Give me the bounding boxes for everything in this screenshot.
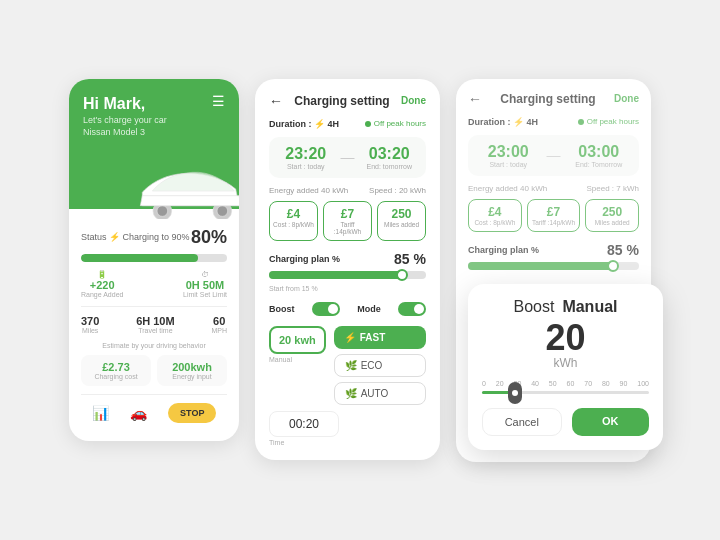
- mode-options: 20 kwh Manual ⚡ FAST 🌿 ECO 🌿 AUTO: [269, 326, 426, 446]
- ok-button[interactable]: OK: [572, 408, 650, 436]
- value-boxes: £4 Cost : 8p/kWh £7 Tariff :14p/kWh 250 …: [269, 201, 426, 241]
- right-end-lbl: End: Tomorrow: [567, 161, 632, 168]
- stop-button[interactable]: STOP: [168, 403, 216, 423]
- plan-slider[interactable]: [269, 271, 426, 279]
- modal-kwh-value: 20: [482, 320, 649, 356]
- back-arrow-icon[interactable]: ←: [269, 93, 283, 109]
- start-time-lbl: Start : today: [277, 163, 335, 170]
- range-lbl: Range Added: [81, 291, 123, 298]
- modal-kwh-unit: kWh: [482, 356, 649, 370]
- eco-mode-button[interactable]: 🌿 ECO: [334, 354, 426, 377]
- speed-val: 60: [211, 315, 227, 327]
- right-end-block: 03:00 End: Tomorrow: [567, 143, 632, 168]
- plan-slider-fill: [269, 271, 402, 279]
- mode-label: Mode: [357, 304, 381, 314]
- right-tariff-box: £7 Tariff :14p/kWh: [527, 199, 581, 232]
- energy-input-val: 200kwh: [163, 361, 221, 373]
- charge-cost-lbl: Charging cost: [87, 373, 145, 380]
- energy-input-lbl: Energy input: [163, 373, 221, 380]
- right-start-lbl: Start : today: [476, 161, 541, 168]
- off-peak-dot: [365, 121, 371, 127]
- boost-modal: Boost Manual 20 kWh 0 20 30 40 50 60 70 …: [468, 284, 663, 450]
- right-cost-lbl: Cost : 8p/kWh: [472, 219, 518, 226]
- modal-manual-label: Manual: [562, 298, 617, 316]
- range-labels: 0 20 30 40 50 60 70 80 90 100: [482, 380, 649, 387]
- speed-metric: 60 MPH: [211, 315, 227, 334]
- plan-row: Charging plan % 85 %: [269, 251, 426, 267]
- cancel-button[interactable]: Cancel: [482, 408, 562, 436]
- start-from-text: Start from 15 %: [269, 285, 426, 292]
- travel-lbl: Travel time: [136, 327, 175, 334]
- subtext: Let's charge your car: [83, 115, 225, 125]
- right-plan-lbl: Charging plan %: [468, 245, 539, 255]
- tariff-box: £7 Tariff :14p/kWh: [323, 201, 372, 241]
- right-energy-row: Energy added 40 kWh Speed : 7 kWh: [468, 184, 639, 193]
- range-thumb[interactable]: [508, 382, 522, 404]
- bottom-nav: 📊 🚗 STOP: [81, 394, 227, 431]
- right-plan-row: Charging plan % 85 %: [468, 242, 639, 258]
- slider-thumb[interactable]: [396, 269, 408, 281]
- car-nav-icon[interactable]: 🚗: [130, 405, 147, 421]
- modal-buttons: Cancel OK: [482, 408, 649, 436]
- off-peak-indicator: Off peak hours: [365, 119, 426, 128]
- right-cost-box: £4 Cost : 8p/kWh: [468, 199, 522, 232]
- mode-toggle-circle: [414, 304, 424, 314]
- progress-fill: [81, 254, 198, 262]
- car-image: [129, 159, 239, 219]
- end-time-block: 03:20 End: tomorrow: [361, 145, 419, 170]
- plan-pct: 85 %: [394, 251, 426, 267]
- right-cost-val: £4: [472, 205, 518, 219]
- model-text: Nissan Model 3: [83, 127, 225, 137]
- time-input[interactable]: 00:20: [269, 411, 339, 437]
- range-val: +220: [81, 279, 123, 291]
- chart-icon[interactable]: 📊: [92, 405, 109, 421]
- right-done-btn[interactable]: Done: [614, 93, 639, 104]
- left-card: ☰ Hi Mark, Let's charge your car Nissan …: [69, 79, 239, 441]
- fast-mode-button[interactable]: ⚡ FAST: [334, 326, 426, 349]
- done-button[interactable]: Done: [401, 95, 426, 106]
- mid-card-title: Charging setting: [294, 94, 389, 108]
- metrics-row: 370 Miles 6H 10M Travel time 60 MPH: [81, 315, 227, 334]
- time-input-group: 00:20 Time: [269, 411, 426, 446]
- right-time-row: 23:00 Start : today — 03:00 End: Tomorro…: [468, 135, 639, 176]
- right-slider-thumb[interactable]: [607, 260, 619, 272]
- miles-val: 370: [81, 315, 99, 327]
- energy-input-box: 200kwh Energy input: [157, 355, 227, 386]
- energy-label: Energy added 40 kWh: [269, 186, 348, 195]
- modal-slider-container: 0 20 30 40 50 60 70 80 90 100: [482, 380, 649, 394]
- mode-row-top: 20 kwh Manual ⚡ FAST 🌿 ECO 🌿 AUTO: [269, 326, 426, 405]
- right-back-icon[interactable]: ←: [468, 91, 482, 107]
- svg-point-1: [157, 205, 168, 216]
- progress-bar: [81, 254, 227, 262]
- right-duration-row: Duration : ⚡ 4H Off peak hours: [468, 117, 639, 127]
- kwh-box[interactable]: 20 kwh: [269, 326, 326, 354]
- range-bar[interactable]: [482, 391, 649, 394]
- end-time: 03:20: [361, 145, 419, 163]
- mode-toggle[interactable]: [398, 302, 426, 316]
- cost-row: £2.73 Charging cost 200kwh Energy input: [81, 355, 227, 386]
- cost-value: £4: [273, 207, 314, 221]
- right-miles-lbl: Miles added: [589, 219, 635, 226]
- right-bg-card: ← Charging setting Done Duration : ⚡ 4H …: [456, 79, 651, 462]
- time-separator: —: [341, 149, 355, 165]
- right-plan-slider[interactable]: [468, 262, 639, 270]
- cost-label: Cost : 8p/kWh: [273, 221, 314, 228]
- cost-box: £4 Cost : 8p/kWh: [269, 201, 318, 241]
- right-col: ← Charging setting Done Duration : ⚡ 4H …: [456, 79, 651, 462]
- charge-cost-val: £2.73: [87, 361, 145, 373]
- start-time-block: 23:20 Start : today: [277, 145, 335, 170]
- miles-label: Miles added: [381, 221, 422, 228]
- mid-card: ← Charging setting Done Duration : ⚡ 4H …: [255, 79, 440, 460]
- time-row: 23:20 Start : today — 03:20 End: tomorro…: [269, 137, 426, 178]
- toggle-circle: [328, 304, 338, 314]
- boost-mode-row: Boost Mode: [269, 302, 426, 316]
- limit-stat: ⏱ 0H 50M Limit Set Limit: [183, 270, 227, 298]
- status-value: 80%: [191, 227, 227, 248]
- right-end-time: 03:00: [567, 143, 632, 161]
- mode-buttons-col: ⚡ FAST 🌿 ECO 🌿 AUTO: [334, 326, 426, 405]
- boost-toggle[interactable]: [312, 302, 340, 316]
- auto-mode-button[interactable]: 🌿 AUTO: [334, 382, 426, 405]
- right-tariff-val: £7: [531, 205, 577, 219]
- menu-icon[interactable]: ☰: [212, 93, 225, 109]
- range-stat: 🔋 +220 Range Added: [81, 270, 123, 298]
